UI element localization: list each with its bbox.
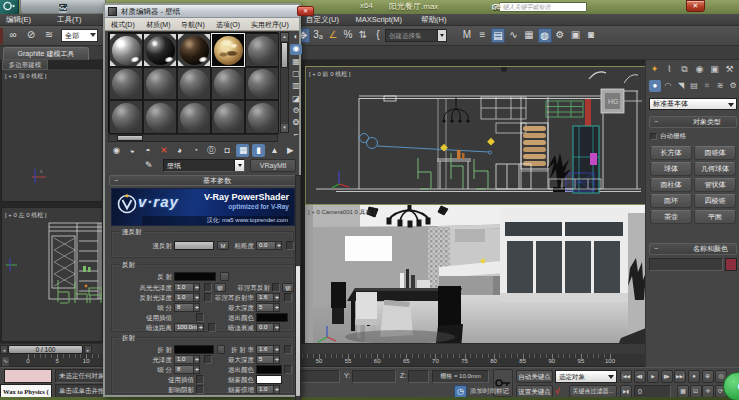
object-name-field[interactable] bbox=[649, 258, 723, 271]
me-menu-item[interactable]: 模式(D) bbox=[111, 20, 135, 30]
scrollbar-thumb[interactable] bbox=[117, 135, 143, 141]
redo-icon[interactable]: ↷ bbox=[59, 1, 67, 13]
helpers-icon[interactable]: ⌗ bbox=[701, 80, 713, 92]
object-type-rollout[interactable]: −对象类型 bbox=[649, 116, 737, 128]
param-checkbox[interactable] bbox=[272, 283, 280, 292]
map-button[interactable]: M bbox=[217, 241, 229, 250]
spinner-arrows[interactable] bbox=[274, 345, 280, 354]
slots-vertical-scrollbar[interactable]: ▲ ▼ bbox=[280, 32, 289, 133]
sample-slot[interactable] bbox=[211, 33, 245, 67]
material-name-dropdown[interactable]: 壁纸 bbox=[163, 159, 245, 172]
param-checkbox[interactable] bbox=[284, 345, 292, 354]
scroll-up-icon[interactable]: ▲ bbox=[281, 33, 288, 41]
param-value-field[interactable]: 5 bbox=[256, 355, 274, 364]
pick-material-icon[interactable]: ✎ bbox=[145, 159, 157, 172]
make-copy-icon[interactable]: ◕ bbox=[173, 144, 186, 157]
viewport-left-label[interactable]: [ + 0 左 0 线框 ] bbox=[5, 211, 47, 220]
coord-x-field[interactable] bbox=[296, 370, 340, 383]
param-value-field[interactable]: 1.0 bbox=[174, 283, 194, 292]
key-mode-icon[interactable]: ● bbox=[688, 370, 700, 383]
coord-y-field[interactable] bbox=[352, 370, 396, 383]
primitive-button[interactable]: 管状体 bbox=[694, 178, 736, 192]
reset-map-icon[interactable]: ✕ bbox=[157, 144, 170, 157]
toolbar-handle[interactable] bbox=[0, 28, 3, 44]
background-icon[interactable]: ▦ bbox=[290, 57, 302, 68]
color-swatch[interactable] bbox=[174, 272, 216, 281]
infocenter-search-input[interactable]: 键入关键字或短语 bbox=[499, 2, 587, 12]
map-button[interactable]: 锁 bbox=[282, 283, 294, 292]
get-material-icon[interactable]: ◉ bbox=[110, 144, 123, 157]
viewport-front-label[interactable]: [ + 0 前 0 线框 ] bbox=[309, 70, 351, 79]
overlay-green-badge[interactable]: Go bbox=[723, 372, 739, 400]
selection-set-dropdown[interactable]: 选定对象 bbox=[555, 370, 617, 383]
show-map-icon[interactable]: ◘ bbox=[221, 144, 234, 157]
curve-editor-icon[interactable]: ∿ bbox=[507, 28, 521, 43]
param-value-field[interactable]: 5 bbox=[256, 303, 274, 312]
scroll-down-icon[interactable]: ▼ bbox=[281, 124, 288, 132]
param-value-field[interactable]: 1.0 bbox=[174, 355, 194, 364]
param-checkbox[interactable] bbox=[284, 293, 292, 302]
render-production-icon[interactable]: ◙ bbox=[584, 28, 598, 43]
spinner-arrows[interactable] bbox=[274, 303, 280, 312]
selection-filter-dropdown[interactable]: 全部 bbox=[61, 29, 98, 42]
help-icon[interactable]: ? bbox=[492, 2, 499, 12]
3dsmax-logo[interactable] bbox=[0, 0, 19, 14]
display-tab-icon[interactable]: ▣ bbox=[708, 63, 721, 76]
me-menu-item[interactable]: 选项(O) bbox=[216, 20, 240, 30]
map-button[interactable]: 锁 bbox=[214, 283, 226, 292]
primitive-button[interactable]: 平面 bbox=[694, 210, 736, 224]
spinner-arrows[interactable] bbox=[276, 241, 282, 250]
viewport-top-label[interactable]: [ + 0 顶 0 线框 ] bbox=[5, 72, 47, 81]
sample-slot[interactable] bbox=[177, 33, 211, 67]
layer-manager-icon[interactable]: ▤ bbox=[491, 28, 505, 43]
param-checkbox[interactable] bbox=[284, 365, 292, 374]
assign-to-selection-icon[interactable]: ◓ bbox=[142, 144, 155, 157]
menu-item[interactable]: 工具(T) bbox=[57, 15, 82, 25]
video-color-check-icon[interactable]: ▥ bbox=[290, 81, 302, 92]
auto-key-button[interactable]: 自动关键点 bbox=[516, 370, 553, 383]
color-swatch[interactable] bbox=[256, 375, 282, 384]
zoom-icon[interactable]: ⊕ bbox=[702, 370, 714, 383]
material-editor-titlebar[interactable]: 材质编辑器 - 壁纸 — □ ✕ bbox=[105, 5, 299, 18]
sample-slot[interactable] bbox=[211, 67, 245, 101]
sample-uv-tiling-icon[interactable]: ▢ bbox=[290, 69, 302, 80]
unlink-selection-icon[interactable]: ⊘ bbox=[24, 28, 38, 43]
show-map-in-viewport-icon[interactable]: ▦ bbox=[236, 144, 249, 157]
sample-slot[interactable] bbox=[211, 100, 245, 134]
me-menu-item[interactable]: 实用程序(U) bbox=[251, 20, 289, 30]
coord-z-field[interactable] bbox=[408, 370, 429, 383]
param-value-field[interactable]: 8 bbox=[174, 303, 194, 312]
cameras-icon[interactable]: ▤ bbox=[688, 80, 700, 92]
map-button[interactable] bbox=[220, 272, 229, 281]
object-color-swatch[interactable] bbox=[725, 258, 737, 271]
add-time-tag-label[interactable]: 添加时间标记 bbox=[470, 387, 509, 396]
spinner-arrows[interactable] bbox=[194, 283, 200, 292]
select-and-link-icon[interactable]: ∞ bbox=[6, 28, 20, 43]
shapes-icon[interactable]: ◠ bbox=[662, 80, 674, 92]
menu-item[interactable]: 自定义(U) bbox=[306, 15, 339, 25]
param-value-field[interactable]: 1.0 bbox=[256, 385, 274, 394]
param-value-field[interactable]: 1.6 bbox=[256, 293, 274, 302]
prev-frame-icon[interactable]: ◀▮ bbox=[634, 370, 646, 383]
sample-type-icon[interactable]: ◐ bbox=[290, 32, 302, 43]
sample-slot[interactable] bbox=[245, 33, 279, 67]
viewport-left[interactable]: [ + 0 左 0 线框 ] bbox=[1, 207, 103, 342]
named-selection-sets-dropdown[interactable]: 创建选择集 bbox=[385, 29, 447, 42]
slots-horizontal-scrollbar[interactable] bbox=[108, 134, 278, 142]
name-color-rollout[interactable]: −名称和颜色 bbox=[649, 243, 737, 255]
menu-item[interactable]: 帮助(H) bbox=[421, 15, 446, 25]
param-value-field[interactable]: 0.0 bbox=[256, 241, 276, 250]
param-checkbox[interactable] bbox=[204, 355, 212, 364]
param-checkbox[interactable] bbox=[196, 313, 204, 322]
material-type-button[interactable]: VRayMtl bbox=[250, 159, 296, 172]
scrollbar-thumb[interactable] bbox=[281, 42, 288, 68]
bind-to-space-warp-icon[interactable]: ≋ bbox=[42, 28, 56, 43]
param-checkbox[interactable] bbox=[196, 385, 204, 394]
autogrid-checkbox[interactable] bbox=[650, 133, 657, 140]
track-bar[interactable]: 0510152025303540455055606570758085909510… bbox=[0, 354, 645, 367]
param-value-field[interactable]: 8 bbox=[174, 365, 194, 374]
go-to-start-icon[interactable]: |◀◀ bbox=[620, 370, 632, 383]
render-setup-icon[interactable]: ⚙ bbox=[553, 28, 567, 43]
spinner-arrows[interactable] bbox=[274, 293, 280, 302]
sample-slot[interactable] bbox=[143, 100, 177, 134]
